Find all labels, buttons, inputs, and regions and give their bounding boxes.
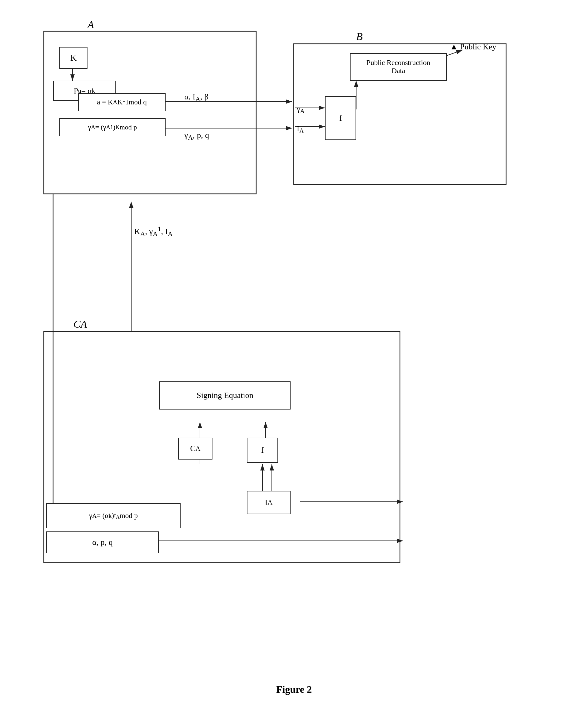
box-gamma-eq: γA = (γA1)K mod p: [59, 118, 166, 136]
box-gamma-CA: γA = (αk)fA mod p: [46, 503, 181, 528]
arrows-svg: [25, 13, 556, 694]
box-f-CA: f: [247, 438, 278, 463]
box-signing-eq: Signing Equation: [159, 381, 291, 409]
label-KA-gamma-IA: KA, γA1, IA: [134, 225, 173, 238]
box-K: K: [59, 47, 87, 69]
section-label-B: B: [356, 30, 363, 42]
section-label-CA: CA: [74, 318, 87, 330]
label-alpha-IA-beta: α, IA, β: [184, 92, 208, 103]
box-a-eq: a = KAK⁻1mod q: [78, 93, 166, 111]
label-gamma-p-q: γA, p, q: [184, 131, 209, 142]
box-CA: CA: [178, 438, 212, 460]
label-IA-entry: IA: [297, 124, 304, 135]
label-public-key: ▲ Public Key: [450, 42, 497, 52]
diagram: A B CA K Pu = αk a = KAK⁻1mod q γA = (γA…: [25, 13, 556, 694]
box-IA-CA: IA: [247, 491, 291, 514]
box-f-B: f: [325, 96, 356, 140]
label-gamma-A-entry: γA: [297, 105, 304, 115]
section-label-A: A: [87, 19, 94, 30]
page: A B CA K Pu = αk a = KAK⁻1mod q γA = (γA…: [0, 0, 588, 714]
box-public-recon: Public ReconstructionData: [350, 53, 447, 81]
box-alpha-pq: α, p, q: [46, 531, 159, 553]
figure-caption: Figure 2: [0, 684, 588, 695]
